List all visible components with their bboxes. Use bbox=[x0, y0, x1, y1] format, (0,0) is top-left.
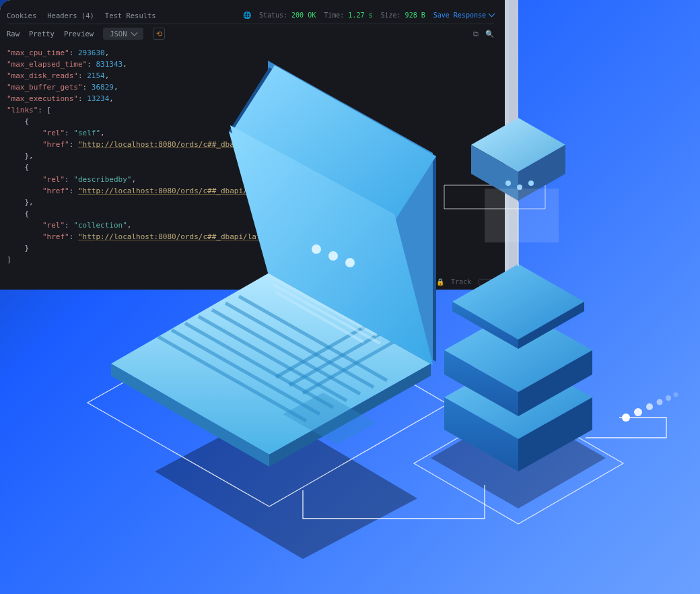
server-stack bbox=[414, 264, 623, 524]
svg-marker-35 bbox=[431, 407, 606, 508]
svg-marker-37 bbox=[444, 356, 592, 439]
svg-line-4 bbox=[172, 330, 320, 414]
tab-headers[interactable]: Headers (4) bbox=[47, 11, 94, 20]
svg-marker-42 bbox=[444, 350, 518, 416]
subtab-preview[interactable]: Preview bbox=[64, 30, 94, 38]
footer-track-label: Track bbox=[451, 278, 471, 286]
svg-marker-41 bbox=[444, 308, 592, 392]
svg-marker-1 bbox=[111, 364, 269, 467]
svg-line-25 bbox=[273, 284, 380, 343]
svg-marker-30 bbox=[518, 145, 565, 201]
svg-point-49 bbox=[646, 403, 653, 410]
svg-marker-2 bbox=[269, 364, 431, 467]
svg-line-8 bbox=[225, 303, 374, 387]
svg-marker-45 bbox=[452, 302, 518, 349]
laptop-base bbox=[111, 273, 431, 467]
panel-subtabs-bar: Raw Pretty Preview JSON ⟲ ⧉ 🔍 bbox=[7, 24, 494, 43]
panel-footer: 🔒 Track bbox=[436, 278, 495, 286]
svg-marker-0 bbox=[111, 273, 431, 455]
svg-line-9 bbox=[239, 296, 387, 381]
panel-tabs-bar: Cookies Headers (4) Test Results 🌐 Statu… bbox=[7, 7, 494, 24]
svg-marker-40 bbox=[458, 339, 579, 409]
svg-marker-13 bbox=[283, 393, 377, 444]
tab-cookies[interactable]: Cookies bbox=[7, 11, 36, 20]
data-flow-dots bbox=[622, 393, 678, 422]
svg-marker-39 bbox=[518, 397, 592, 471]
svg-marker-43 bbox=[518, 350, 592, 416]
json-response-body: "max_cpu_time": 293630, "max_elapsed_tim… bbox=[7, 47, 494, 265]
marketing-illustration: Cookies Headers (4) Test Results 🌐 Statu… bbox=[0, 0, 700, 594]
laptop-shadow bbox=[155, 411, 417, 559]
format-json-label: JSON bbox=[110, 30, 127, 38]
subtab-pretty[interactable]: Pretty bbox=[29, 30, 55, 38]
status-label: Status: bbox=[259, 11, 287, 19]
time-value: 1.27 s bbox=[348, 11, 372, 19]
format-json-select[interactable]: JSON bbox=[103, 28, 143, 40]
svg-line-6 bbox=[199, 317, 347, 401]
svg-point-51 bbox=[666, 395, 671, 401]
status-value: 200 OK bbox=[291, 11, 316, 19]
size-value: 928 B bbox=[405, 11, 425, 19]
svg-line-3 bbox=[158, 337, 306, 421]
time-label: Time: bbox=[324, 11, 344, 19]
svg-point-47 bbox=[622, 414, 630, 422]
progress-chip bbox=[478, 279, 495, 286]
svg-line-5 bbox=[185, 323, 333, 407]
svg-line-26 bbox=[276, 292, 363, 342]
save-response-button[interactable]: Save Response bbox=[433, 11, 494, 19]
subtab-raw[interactable]: Raw bbox=[7, 30, 20, 38]
svg-line-12 bbox=[303, 336, 404, 393]
svg-line-10 bbox=[276, 320, 377, 377]
lock-icon: 🔒 bbox=[436, 278, 444, 286]
laptop-wire-platform bbox=[88, 300, 448, 506]
wrap-lines-button[interactable]: ⟲ bbox=[153, 28, 165, 40]
connection-lines bbox=[303, 418, 666, 519]
svg-point-33 bbox=[528, 180, 534, 186]
svg-point-48 bbox=[634, 408, 642, 416]
size-label: Size: bbox=[380, 11, 400, 19]
svg-line-7 bbox=[212, 310, 360, 394]
svg-line-11 bbox=[289, 328, 390, 385]
svg-point-52 bbox=[674, 393, 678, 397]
copy-icon[interactable]: ⧉ bbox=[473, 30, 479, 38]
svg-marker-46 bbox=[518, 302, 584, 349]
chevron-down-icon bbox=[131, 30, 137, 38]
search-icon[interactable]: 🔍 bbox=[485, 30, 494, 38]
globe-icon: 🌐 bbox=[243, 11, 251, 19]
tab-test-results[interactable]: Test Results bbox=[105, 11, 156, 20]
svg-marker-38 bbox=[444, 397, 518, 471]
svg-marker-36 bbox=[414, 403, 623, 524]
svg-point-50 bbox=[657, 399, 663, 405]
api-response-panel: Cookies Headers (4) Test Results 🌐 Statu… bbox=[0, 0, 505, 290]
